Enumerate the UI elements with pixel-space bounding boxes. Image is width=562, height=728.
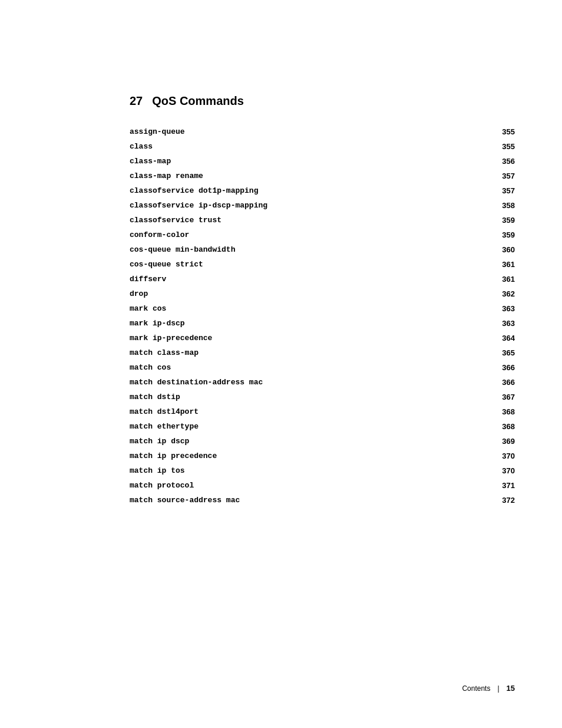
toc-entry-name: conform-color <box>130 228 480 242</box>
page: 27 QoS Commands assign-queue355class355c… <box>0 0 562 728</box>
chapter-number: 27 <box>130 94 143 108</box>
toc-entry-name: match dstip <box>130 390 480 404</box>
toc-row: classofservice dot1p-mapping357 <box>130 183 515 198</box>
toc-entry-page: 355 <box>480 139 515 154</box>
toc-entry-page: 361 <box>480 257 515 272</box>
toc-row: classofservice trust359 <box>130 213 515 228</box>
toc-row: mark ip-dscp363 <box>130 316 515 331</box>
toc-row: mark ip-precedence364 <box>130 331 515 345</box>
toc-entry-page: 357 <box>480 169 515 183</box>
toc-entry-page: 361 <box>480 272 515 286</box>
toc-entry-page: 368 <box>480 419 515 434</box>
chapter-title: QoS Commands <box>152 94 244 108</box>
toc-entry-page: 356 <box>480 154 515 169</box>
toc-row: class-map356 <box>130 154 515 169</box>
toc-entry-name: class <box>130 139 480 154</box>
toc-row: match ip tos370 <box>130 463 515 478</box>
toc-entry-name: match destination-address mac <box>130 375 480 390</box>
toc-entry-page: 363 <box>480 316 515 331</box>
toc-row: match dstl4port368 <box>130 404 515 419</box>
toc-entry-name: match protocol <box>130 478 480 493</box>
toc-row: conform-color359 <box>130 228 515 242</box>
toc-row: class-map rename357 <box>130 169 515 183</box>
toc-row: diffserv361 <box>130 272 515 286</box>
toc-entry-name: diffserv <box>130 272 480 286</box>
toc-entry-name: mark cos <box>130 301 480 316</box>
toc-row: match class-map365 <box>130 345 515 360</box>
toc-entry-page: 372 <box>480 493 515 508</box>
toc-row: match ethertype368 <box>130 419 515 434</box>
toc-entry-page: 364 <box>480 331 515 345</box>
toc-entry-page: 359 <box>480 228 515 242</box>
toc-row: match dstip367 <box>130 390 515 404</box>
toc-entry-name: mark ip-precedence <box>130 331 480 345</box>
toc-entry-page: 366 <box>480 375 515 390</box>
toc-entry-page: 370 <box>480 463 515 478</box>
toc-entry-page: 365 <box>480 345 515 360</box>
footer-page-number: 15 <box>507 684 515 693</box>
toc-row: mark cos363 <box>130 301 515 316</box>
toc-entry-name: classofservice trust <box>130 213 480 228</box>
toc-row: drop362 <box>130 286 515 301</box>
toc-entry-page: 370 <box>480 449 515 463</box>
toc-entry-name: match source-address mac <box>130 493 480 508</box>
toc-entry-page: 371 <box>480 478 515 493</box>
toc-entry-name: classofservice ip-dscp-mapping <box>130 198 480 213</box>
footer-separator: | <box>497 684 499 693</box>
toc-row: match destination-address mac366 <box>130 375 515 390</box>
footer-contents-label: Contents <box>462 684 490 693</box>
toc-entry-name: assign-queue <box>130 124 480 139</box>
toc-entry-page: 366 <box>480 360 515 375</box>
toc-entry-page: 368 <box>480 404 515 419</box>
toc-entry-name: cos-queue min-bandwidth <box>130 242 480 257</box>
toc-entry-name: match ip tos <box>130 463 480 478</box>
toc-row: assign-queue355 <box>130 124 515 139</box>
toc-entry-page: 369 <box>480 434 515 449</box>
toc-row: class355 <box>130 139 515 154</box>
toc-entry-name: match ethertype <box>130 419 480 434</box>
footer: Contents | 15 <box>462 684 515 693</box>
toc-entry-page: 362 <box>480 286 515 301</box>
toc-table: assign-queue355class355class-map356class… <box>130 124 515 508</box>
toc-row: cos-queue min-bandwidth360 <box>130 242 515 257</box>
toc-row: match cos366 <box>130 360 515 375</box>
toc-entry-page: 363 <box>480 301 515 316</box>
toc-entry-name: classofservice dot1p-mapping <box>130 183 480 198</box>
toc-entry-name: match ip precedence <box>130 449 480 463</box>
toc-entry-name: class-map rename <box>130 169 480 183</box>
toc-row: match source-address mac372 <box>130 493 515 508</box>
toc-entry-page: 360 <box>480 242 515 257</box>
toc-entry-page: 355 <box>480 124 515 139</box>
toc-entry-page: 359 <box>480 213 515 228</box>
toc-entry-name: match ip dscp <box>130 434 480 449</box>
toc-entry-name: class-map <box>130 154 480 169</box>
toc-entry-page: 357 <box>480 183 515 198</box>
toc-entry-name: cos-queue strict <box>130 257 480 272</box>
toc-entry-name: match cos <box>130 360 480 375</box>
toc-entry-name: drop <box>130 286 480 301</box>
toc-row: match ip precedence370 <box>130 449 515 463</box>
toc-row: match protocol371 <box>130 478 515 493</box>
toc-entry-name: match dstl4port <box>130 404 480 419</box>
toc-entry-page: 367 <box>480 390 515 404</box>
toc-row: match ip dscp369 <box>130 434 515 449</box>
toc-entry-name: mark ip-dscp <box>130 316 480 331</box>
toc-row: cos-queue strict361 <box>130 257 515 272</box>
toc-row: classofservice ip-dscp-mapping358 <box>130 198 515 213</box>
toc-entry-name: match class-map <box>130 345 480 360</box>
chapter-heading: 27 QoS Commands <box>130 94 515 108</box>
toc-entry-page: 358 <box>480 198 515 213</box>
